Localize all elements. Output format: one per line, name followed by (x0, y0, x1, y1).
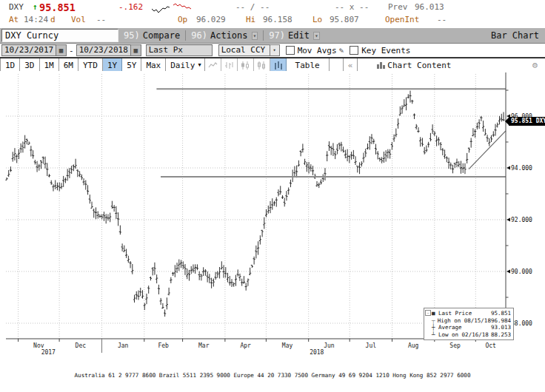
average-marker-icon: ┼ (432, 324, 438, 331)
range-max[interactable]: Max (141, 58, 166, 72)
footer: Australia 61 2 9777 8600 Brazil 5511 239… (0, 356, 545, 392)
high-marker-icon: ┬ (432, 317, 438, 325)
gear-icon[interactable]: ⚙ (525, 58, 545, 72)
last-price-badge: 95.851 DXY (509, 117, 545, 126)
menu-compare-label: Compare (143, 30, 181, 41)
low-value: 95.807 (330, 15, 359, 24)
low-marker-icon: ┴ (432, 331, 438, 339)
range-5y[interactable]: 5Y (122, 58, 141, 72)
legend-expander-icon[interactable]: - (425, 310, 431, 316)
legend-value: 96.984 (491, 317, 511, 325)
chart-content-label: Chart Content (387, 61, 451, 70)
calendar-icon[interactable]: ▦ (56, 44, 67, 56)
svg-text:92.000: 92.000 (511, 217, 532, 223)
high-value: 96.158 (263, 15, 292, 24)
menu-edit[interactable]: 97) Edit ▾ (264, 28, 324, 43)
svg-text:88.000: 88.000 (511, 320, 532, 327)
settings-bar: 10/23/2017 ▦ - 10/23/2018 ▦ Last Px Loca… (0, 44, 545, 58)
date-from-input[interactable]: 10/23/2017 (1, 44, 56, 56)
svg-text:Sep: Sep (449, 342, 461, 349)
at-label: At (9, 15, 19, 24)
bloomberg-terminal-window: DXY ↑ 95.851 -.162 -- / -- -- x -- Prev … (0, 0, 545, 392)
legend-value: 88.253 (491, 331, 511, 339)
security-input[interactable]: DXY Curncy (1, 29, 118, 42)
last-price-swatch-icon: ■ (432, 310, 438, 317)
svg-text:94.000: 94.000 (511, 165, 532, 172)
prev-label: Prev (388, 2, 408, 12)
quote-bar: DXY ↑ 95.851 -.162 -- / -- -- x -- Prev … (0, 0, 545, 28)
security-ticker: DXY (9, 2, 24, 12)
key-events-checkbox[interactable] (350, 46, 358, 55)
svg-text:Jun: Jun (324, 342, 335, 349)
key-events-label: Key Events (361, 46, 410, 55)
menu-edit-label: Edit (288, 30, 310, 41)
bid-ask: -- / -- (235, 2, 270, 12)
openint-value: -- (437, 15, 447, 24)
range-ytd[interactable]: YTD (78, 58, 103, 72)
prev-value: 96.013 (415, 2, 444, 12)
price-field-select[interactable]: Last Px (146, 44, 213, 56)
footer-phones-line1: Australia 61 2 9777 8600 Brazil 5511 239… (0, 372, 545, 380)
menu-actions-number: 96) (191, 30, 207, 41)
range-3d[interactable]: 3D (20, 58, 39, 72)
mov-avgs-label: Mov Avgs (298, 46, 337, 55)
vol-value: -- (96, 15, 106, 24)
chart-area: 96.00094.00092.00090.00088.000NovDecJanF… (0, 71, 545, 356)
range-6m[interactable]: 6M (59, 58, 78, 72)
quote-time: 14:24 (24, 15, 48, 24)
legend-label: Average (438, 324, 491, 331)
svg-text:Aug: Aug (408, 342, 419, 349)
ohlc-chart-icon[interactable] (221, 58, 238, 72)
menu-compare[interactable]: 95) Compare (118, 28, 185, 43)
period-select[interactable]: Daily ▼ (166, 58, 204, 72)
range-1d[interactable]: 1D (0, 58, 20, 72)
svg-text:Dec: Dec (76, 342, 87, 349)
mov-avgs-checkbox[interactable] (286, 46, 295, 55)
hollow-candle-chart-icon[interactable] (254, 58, 270, 72)
chart-legend[interactable]: - ■ Last Price 95.851 ┬ High on 08/15/18… (424, 308, 514, 340)
svg-text:Mar: Mar (198, 342, 210, 349)
currency-select[interactable]: Local CCY (218, 44, 270, 56)
menu-actions[interactable]: 96) Actions ▾ (186, 28, 263, 43)
openint-label: OpenInt (385, 15, 419, 24)
menu-actions-label: Actions (210, 30, 248, 41)
pencil-icon[interactable]: ✎ (339, 46, 344, 55)
legend-label: Low on 02/16/18 (438, 331, 491, 339)
title-bar: DXY Curncy 95) Compare 96) Actions ▾ 97)… (0, 28, 545, 44)
collapse-toolbar-button[interactable]: « (344, 58, 358, 72)
line-chart-icon[interactable] (205, 58, 221, 72)
candle-chart-icon[interactable] (238, 58, 254, 72)
svg-text:Nov: Nov (33, 342, 44, 349)
svg-text:Oct: Oct (485, 342, 496, 349)
range-1y-selected[interactable]: 1Y (103, 58, 122, 72)
blank-button[interactable] (330, 58, 344, 72)
svg-text:Jan: Jan (118, 342, 129, 349)
menu-edit-number: 97) (269, 30, 285, 41)
svg-text:Feb: Feb (158, 342, 169, 349)
bid-ask-size: -- x -- (335, 2, 369, 12)
table-button[interactable]: Table (287, 58, 330, 72)
legend-row: ■ Last Price 95.851 (432, 310, 511, 317)
date-to-input[interactable]: 10/23/2018 (76, 44, 131, 56)
chevron-down-icon: ▼ (198, 62, 201, 68)
legend-label: Last Price (438, 310, 491, 317)
bar-chart-icon-selected[interactable] (270, 58, 287, 72)
legend-row: ┴ Low on 02/16/18 88.253 (432, 331, 511, 339)
calendar-icon[interactable]: ▦ (131, 44, 141, 56)
svg-text:90.000: 90.000 (511, 268, 532, 275)
open-label: Op (178, 15, 187, 24)
chart-content-button[interactable]: Chart Content (358, 58, 470, 72)
chevron-down-icon: ▾ (313, 32, 320, 40)
date-range-separator: - (69, 46, 74, 55)
up-arrow-icon: ↑ (33, 2, 38, 12)
sparkline-intraday-icon (151, 4, 170, 14)
svg-text:May: May (282, 342, 293, 349)
high-label: Hi (246, 15, 255, 24)
chart-type-label: Bar Chart (491, 30, 545, 41)
svg-text:2018: 2018 (310, 349, 324, 356)
delay-flag: d (50, 15, 56, 24)
range-1m[interactable]: 1M (40, 58, 59, 72)
currency-dropdown-icon[interactable]: ▾ (270, 44, 280, 56)
period-label: Daily (170, 61, 195, 70)
menu-compare-number: 95) (124, 30, 140, 41)
